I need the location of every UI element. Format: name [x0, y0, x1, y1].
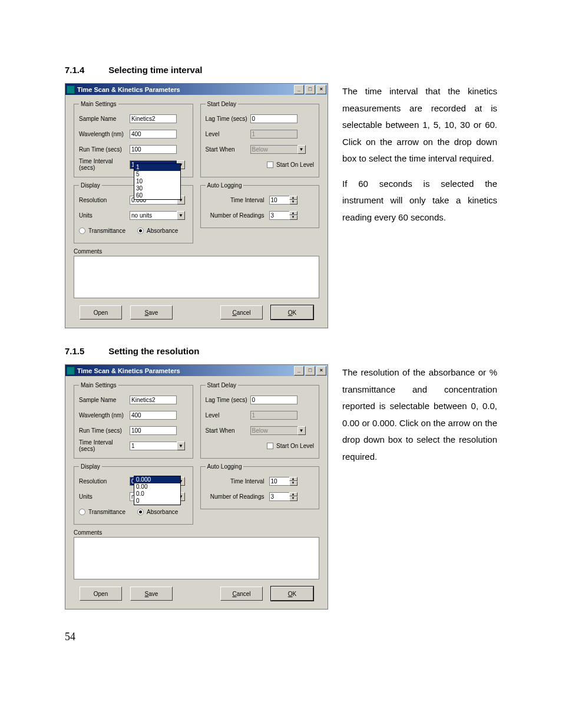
- spin-down-icon[interactable]: ▼: [289, 215, 297, 220]
- chevron-down-icon[interactable]: ▼: [177, 211, 185, 220]
- option-5[interactable]: 5: [134, 171, 180, 178]
- start-delay-legend: Start Delay: [206, 101, 238, 107]
- main-settings-legend: Main Settings: [79, 101, 118, 107]
- lag-time-input[interactable]: 0: [250, 396, 297, 404]
- num-readings-label: Number of Readings: [206, 493, 269, 500]
- window-title: Time Scan & Kinetics Parameters: [77, 367, 180, 374]
- section-title: Selecting time interval: [108, 65, 202, 75]
- units-label: Units: [79, 212, 130, 219]
- start-when-label: Start When: [206, 427, 250, 434]
- close-icon[interactable]: ×: [316, 85, 326, 94]
- time-interval-label: Time Interval (secs): [79, 158, 130, 171]
- open-button[interactable]: Open: [80, 587, 122, 601]
- auto-logging-group: Auto Logging Time Interval 10 ▲▼ Number …: [200, 463, 320, 509]
- spin-up-icon[interactable]: ▲: [289, 196, 297, 200]
- option-000[interactable]: 0.00: [134, 483, 180, 490]
- minimize-icon[interactable]: _: [294, 85, 304, 94]
- auto-logging-group: Auto Logging Time Interval 10 ▲▼ Number …: [200, 182, 320, 228]
- cancel-button[interactable]: Cancel: [220, 587, 263, 601]
- start-on-level-checkbox[interactable]: [267, 162, 273, 168]
- absorbance-radio[interactable]: [137, 228, 144, 234]
- main-settings-group: Main Settings Sample Name Kinetics2 Wave…: [74, 382, 193, 459]
- wavelength-input[interactable]: 400: [130, 411, 177, 420]
- resolution-label: Resolution: [79, 478, 130, 485]
- start-when-dropdown: Below ▼: [250, 426, 306, 435]
- wavelength-label: Wavelength (nm): [79, 412, 130, 419]
- log-interval-input[interactable]: 10 ▲▼: [269, 196, 297, 205]
- transmittance-label: Transmittance: [88, 509, 125, 515]
- comments-input[interactable]: [74, 256, 319, 298]
- runtime-label: Run Time (secs): [79, 146, 130, 153]
- option-10[interactable]: 10: [134, 178, 180, 185]
- spin-down-icon[interactable]: ▼: [289, 481, 297, 486]
- lag-time-input[interactable]: 0: [250, 114, 297, 123]
- chevron-down-icon: ▼: [297, 145, 306, 154]
- sample-name-input[interactable]: Kinetics2: [130, 396, 177, 404]
- window-title: Time Scan & Kinetics Parameters: [77, 86, 180, 93]
- sample-name-label: Sample Name: [79, 116, 130, 122]
- minimize-icon[interactable]: _: [294, 366, 304, 375]
- absorbance-radio[interactable]: [137, 509, 144, 515]
- maximize-icon[interactable]: □: [305, 366, 315, 375]
- body-paragraph: The resolution of the absorbance or % tr…: [342, 364, 497, 465]
- spin-down-icon[interactable]: ▼: [289, 496, 297, 501]
- open-button[interactable]: Open: [80, 305, 122, 319]
- sample-name-input[interactable]: Kinetics2: [130, 114, 177, 123]
- start-when-value: Below: [250, 426, 297, 435]
- num-readings-input[interactable]: 3 ▲▼: [269, 492, 297, 501]
- option-30[interactable]: 30: [134, 185, 180, 192]
- start-on-level-checkbox[interactable]: [267, 443, 273, 449]
- runtime-input[interactable]: 100: [130, 426, 177, 435]
- transmittance-radio[interactable]: [79, 228, 85, 234]
- body-paragraph: If 60 seconds is selected the instrument…: [342, 176, 497, 226]
- level-input: 1: [250, 411, 297, 420]
- log-interval-input[interactable]: 10 ▲▼: [269, 477, 297, 486]
- spin-up-icon[interactable]: ▲: [289, 492, 297, 497]
- save-button[interactable]: Save: [130, 305, 173, 319]
- spin-up-icon[interactable]: ▲: [289, 211, 297, 216]
- auto-logging-legend: Auto Logging: [206, 182, 244, 189]
- save-button[interactable]: Save: [130, 587, 173, 601]
- page-number: 54: [65, 631, 497, 643]
- lag-time-label: Lag Time (secs): [206, 116, 250, 122]
- option-00[interactable]: 0.0: [134, 490, 180, 498]
- lag-time-label: Lag Time (secs): [206, 397, 250, 403]
- comments-input[interactable]: [74, 537, 319, 579]
- start-on-level-label: Start On Level: [276, 443, 314, 449]
- app-icon: [67, 85, 75, 94]
- num-readings-input[interactable]: 3 ▲▼: [269, 211, 297, 220]
- close-icon[interactable]: ×: [316, 366, 326, 375]
- spin-up-icon[interactable]: ▲: [289, 477, 297, 482]
- start-delay-legend: Start Delay: [206, 382, 238, 388]
- section-title: Setting the resolution: [108, 346, 199, 356]
- units-value: no units: [130, 211, 177, 220]
- cancel-button[interactable]: Cancel: [220, 305, 263, 319]
- units-dropdown[interactable]: no units ▼: [130, 211, 185, 220]
- runtime-input[interactable]: 100: [130, 145, 177, 154]
- wavelength-input[interactable]: 400: [130, 130, 177, 139]
- spin-down-icon[interactable]: ▼: [289, 200, 297, 205]
- absorbance-label: Absorbance: [147, 509, 178, 515]
- option-0000[interactable]: 0.000: [134, 476, 180, 483]
- resolution-options[interactable]: 0.000 0.00 0.0 0: [134, 476, 181, 505]
- transmittance-radio[interactable]: [79, 509, 85, 515]
- start-delay-group: Start Delay Lag Time (secs) 0 Level 1 St…: [200, 101, 320, 177]
- option-0[interactable]: 0: [134, 498, 180, 505]
- section-number: 7.1.4: [65, 65, 106, 75]
- start-delay-group: Start Delay Lag Time (secs) 0 Level 1 St…: [200, 382, 320, 459]
- option-1[interactable]: 1: [134, 164, 180, 171]
- time-interval-dropdown[interactable]: 1 ▼: [130, 442, 185, 450]
- ok-button[interactable]: OK: [271, 587, 313, 601]
- display-legend: Display: [79, 182, 102, 189]
- log-interval-label: Time Interval: [206, 197, 269, 203]
- maximize-icon[interactable]: □: [305, 85, 315, 94]
- ok-button[interactable]: OK: [271, 305, 313, 319]
- start-when-label: Start When: [206, 146, 250, 153]
- time-interval-options[interactable]: 1 5 10 30 60: [134, 163, 181, 200]
- dialog-window: Time Scan & Kinetics Parameters _ □ × Ma…: [65, 364, 328, 610]
- absorbance-label: Absorbance: [147, 228, 178, 234]
- level-label: Level: [206, 131, 250, 137]
- chevron-down-icon[interactable]: ▼: [177, 442, 185, 450]
- option-60[interactable]: 60: [134, 192, 180, 199]
- level-label: Level: [206, 412, 250, 419]
